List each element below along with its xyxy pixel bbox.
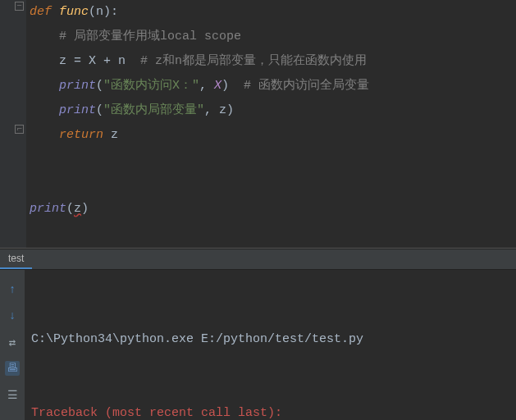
traceback-header: Traceback (most recent call last): [31,401,509,420]
soft-wrap-icon[interactable]: ⇄ [5,335,20,349]
code-line: print("函数内局部变量", z) [30,98,516,123]
editor-gutter: −⌐ [0,0,26,248]
fold-toggle-icon[interactable]: − [15,2,24,11]
filter-icon[interactable]: ☰ [5,387,20,402]
code-line: # 局部变量作用域local scope [30,25,516,49]
console-toolbar: ↑ ↓ ⇄ 🖶 ☰ [0,270,25,420]
console-pane: ↑ ↓ ⇄ 🖶 ☰ C:\Python34\python.exe E:/pyth… [0,270,516,420]
code-content[interactable]: def func(n): # 局部变量作用域local scope z = X … [30,0,516,221]
run-tab-test[interactable]: test [0,249,32,269]
code-editor-pane[interactable]: −⌐ def func(n): # 局部变量作用域local scope z =… [0,0,516,249]
fold-toggle-icon[interactable]: ⌐ [15,125,24,134]
run-tab-bar: test [0,249,516,270]
code-line [30,172,516,197]
print-icon[interactable]: 🖶 [5,361,20,376]
console-command: C:\Python34\python.exe E:/python/test/te… [31,327,509,352]
stack-up-icon[interactable]: ↑ [5,282,20,297]
code-line: print("函数内访问X：", X) # 函数内访问全局变量 [30,74,516,98]
code-line [30,148,516,172]
code-line: z = X + n # z和n都是局部变量，只能在函数内使用 [30,49,516,74]
stack-down-icon[interactable]: ↓ [5,308,20,323]
code-line: return z [30,123,516,148]
code-line: print(z) [30,197,516,221]
code-line: def func(n): [30,0,516,25]
console-output[interactable]: C:\Python34\python.exe E:/python/test/te… [25,270,516,420]
